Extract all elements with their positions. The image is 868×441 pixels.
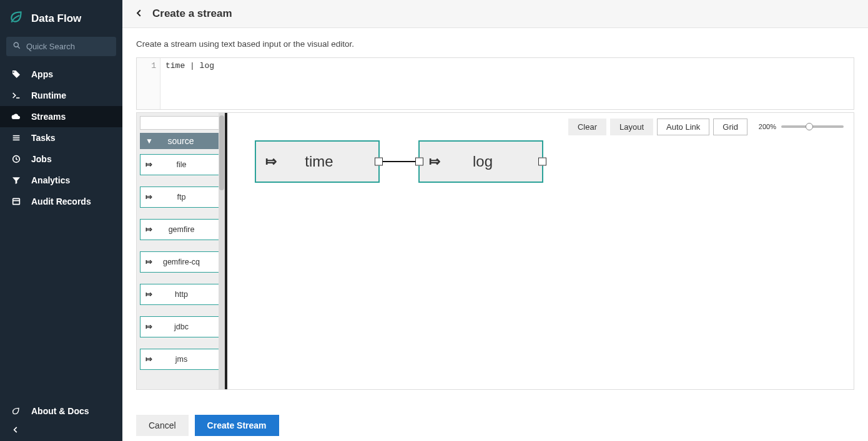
leaf-small-icon	[11, 406, 26, 416]
node-log[interactable]: ⤇ log	[418, 140, 543, 183]
content: Create a stream using text based input o…	[122, 28, 868, 404]
output-port[interactable]	[538, 157, 546, 165]
palette-item-gemfire[interactable]: ⤇ gemfire	[140, 219, 222, 240]
node-label: log	[450, 153, 542, 170]
zoom-slider-thumb[interactable]	[806, 123, 813, 130]
node-time[interactable]: ⤇ time	[255, 140, 380, 183]
palette-scrollbar[interactable]	[219, 113, 225, 389]
sidebar-item-runtime[interactable]: Runtime	[0, 85, 122, 106]
grid-button[interactable]: Grid	[713, 119, 747, 135]
sidebar-item-label: Tasks	[31, 133, 56, 143]
source-arrow-icon: ⤇	[141, 160, 157, 169]
collapse-sidebar-button[interactable]	[0, 422, 122, 436]
sidebar-item-about[interactable]: About & Docs	[0, 400, 122, 422]
source-arrow-icon: ⤇	[141, 192, 157, 201]
palette-search-input[interactable]	[140, 116, 222, 130]
quick-search[interactable]	[6, 37, 116, 56]
create-stream-button[interactable]: Create Stream	[195, 415, 279, 436]
dsl-text-editor[interactable]: 1 time | log	[136, 57, 854, 110]
zoom-slider[interactable]	[781, 125, 844, 128]
source-arrow-icon: ⤇	[141, 225, 157, 234]
list-icon	[11, 133, 26, 143]
palette-item-label: file	[157, 160, 221, 169]
palette-group-header[interactable]: ▼ source	[140, 133, 222, 149]
palette-search[interactable]	[140, 116, 222, 130]
source-arrow-icon: ⤇	[420, 153, 450, 170]
svg-rect-7	[13, 198, 20, 204]
sidebar-item-label: Jobs	[31, 154, 52, 164]
brand: Data Flow	[0, 0, 122, 37]
sidebar-footer: About & Docs	[0, 400, 122, 441]
palette-item-ftp[interactable]: ⤇ ftp	[140, 187, 222, 208]
sidebar-item-jobs[interactable]: Jobs	[0, 148, 122, 170]
svg-line-1	[17, 46, 19, 48]
page-header: Create a stream	[122, 0, 868, 28]
line-number: 1	[151, 61, 156, 70]
sidebar-item-label: About & Docs	[31, 406, 89, 416]
clear-button[interactable]: Clear	[568, 119, 606, 135]
sidebar-item-label: Apps	[31, 69, 53, 79]
zoom-label: 200%	[759, 123, 776, 130]
canvas-toolbar: Clear Layout Auto Link Grid 200%	[568, 119, 844, 135]
records-icon	[11, 196, 26, 206]
palette-item-label: gemfire-cq	[157, 258, 221, 266]
autolink-button[interactable]: Auto Link	[657, 119, 709, 135]
search-icon	[12, 41, 21, 52]
output-port[interactable]	[375, 157, 383, 165]
chevron-left-icon	[11, 426, 20, 436]
palette-list: ⤇ file ⤇ ftp ⤇ gemfire	[137, 150, 225, 389]
editor-gutter: 1	[137, 58, 160, 109]
source-arrow-icon: ⤇	[141, 257, 157, 266]
sidebar-item-label: Streams	[31, 112, 66, 122]
filter-icon	[11, 175, 26, 185]
source-arrow-icon: ⤇	[256, 153, 286, 170]
visual-editor: ▼ source ⤇ file ⤇ ftp ⤇	[136, 112, 854, 390]
source-arrow-icon: ⤇	[141, 289, 157, 299]
sidebar-item-audit[interactable]: Audit Records	[0, 191, 122, 212]
sidebar-item-streams[interactable]: Streams	[0, 106, 122, 127]
palette-item-label: gemfire	[157, 225, 221, 234]
terminal-icon	[11, 90, 26, 100]
source-arrow-icon: ⤇	[141, 354, 157, 364]
primary-nav: Apps Runtime Streams Tasks Jobs	[0, 64, 122, 400]
input-port[interactable]	[415, 157, 423, 165]
editor-code[interactable]: time | log	[160, 58, 854, 109]
main: Create a stream Create a stream using te…	[122, 0, 868, 441]
palette: ▼ source ⤇ file ⤇ ftp ⤇	[137, 113, 227, 389]
page-subtitle: Create a stream using text based input o…	[136, 39, 854, 49]
palette-item-gemfire-cq[interactable]: ⤇ gemfire-cq	[140, 251, 222, 273]
layout-button[interactable]: Layout	[610, 119, 653, 135]
node-label: time	[286, 153, 378, 170]
palette-item-http[interactable]: ⤇ http	[140, 284, 222, 305]
sidebar-item-label: Runtime	[31, 90, 66, 100]
palette-item-label: jdbc	[157, 322, 221, 331]
scrollbar-thumb[interactable]	[219, 115, 224, 190]
tag-icon	[11, 69, 26, 79]
palette-item-jdbc[interactable]: ⤇ jdbc	[140, 316, 222, 337]
sidebar-item-label: Analytics	[31, 175, 70, 185]
caret-down-icon: ▼	[145, 137, 153, 145]
canvas[interactable]: Clear Layout Auto Link Grid 200% ⤇	[227, 113, 854, 389]
back-button[interactable]	[135, 9, 144, 19]
palette-item-jms[interactable]: ⤇ jms	[140, 349, 222, 370]
source-arrow-icon: ⤇	[141, 322, 157, 331]
cancel-button[interactable]: Cancel	[136, 415, 189, 436]
sidebar-item-analytics[interactable]: Analytics	[0, 170, 122, 191]
svg-point-0	[14, 42, 18, 47]
palette-item-label: ftp	[157, 193, 221, 201]
clock-icon	[11, 154, 26, 164]
stream-link[interactable]	[381, 161, 417, 162]
page-title: Create a stream	[152, 7, 232, 20]
leaf-icon	[9, 9, 31, 28]
footer-actions: Cancel Create Stream	[122, 404, 868, 441]
palette-group-label: source	[167, 136, 194, 146]
sidebar: Data Flow Apps Runtime Streams	[0, 0, 122, 441]
sidebar-item-apps[interactable]: Apps	[0, 64, 122, 85]
brand-title: Data Flow	[31, 12, 81, 25]
sidebar-item-label: Audit Records	[31, 196, 91, 206]
palette-item-file[interactable]: ⤇ file	[140, 154, 222, 175]
quick-search-input[interactable]	[26, 42, 110, 51]
palette-item-label: http	[157, 290, 221, 299]
zoom-control: 200%	[759, 123, 844, 130]
sidebar-item-tasks[interactable]: Tasks	[0, 127, 122, 148]
